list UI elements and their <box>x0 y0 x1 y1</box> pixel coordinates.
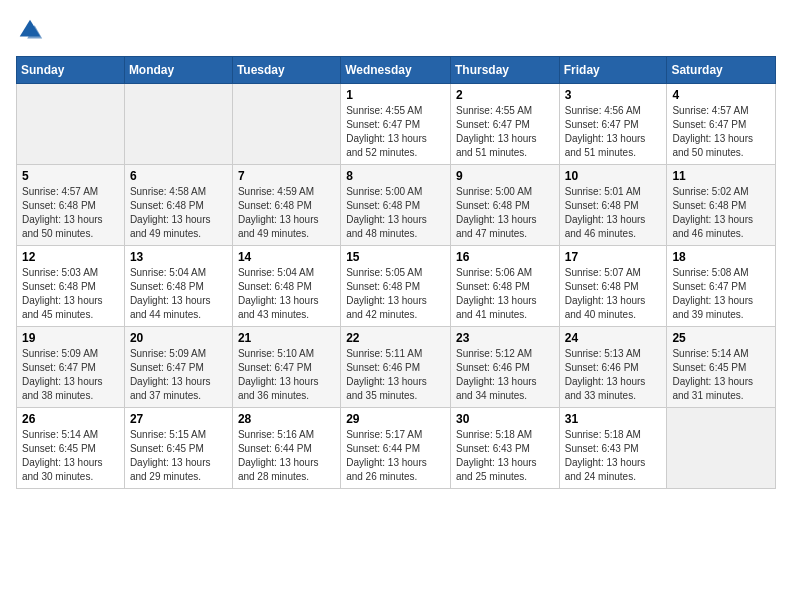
day-number: 22 <box>346 331 445 345</box>
calendar-cell: 14Sunrise: 5:04 AM Sunset: 6:48 PM Dayli… <box>232 246 340 327</box>
calendar-cell: 13Sunrise: 5:04 AM Sunset: 6:48 PM Dayli… <box>124 246 232 327</box>
calendar-table: SundayMondayTuesdayWednesdayThursdayFrid… <box>16 56 776 489</box>
day-number: 7 <box>238 169 335 183</box>
calendar-cell: 2Sunrise: 4:55 AM Sunset: 6:47 PM Daylig… <box>450 84 559 165</box>
day-number: 2 <box>456 88 554 102</box>
day-info: Sunrise: 5:09 AM Sunset: 6:47 PM Dayligh… <box>22 347 119 403</box>
day-info: Sunrise: 5:16 AM Sunset: 6:44 PM Dayligh… <box>238 428 335 484</box>
calendar-cell: 1Sunrise: 4:55 AM Sunset: 6:47 PM Daylig… <box>341 84 451 165</box>
calendar-header-row: SundayMondayTuesdayWednesdayThursdayFrid… <box>17 57 776 84</box>
weekday-header: Thursday <box>450 57 559 84</box>
calendar-cell <box>232 84 340 165</box>
day-number: 3 <box>565 88 662 102</box>
calendar-cell: 7Sunrise: 4:59 AM Sunset: 6:48 PM Daylig… <box>232 165 340 246</box>
day-number: 5 <box>22 169 119 183</box>
calendar-cell: 20Sunrise: 5:09 AM Sunset: 6:47 PM Dayli… <box>124 327 232 408</box>
calendar-week-row: 12Sunrise: 5:03 AM Sunset: 6:48 PM Dayli… <box>17 246 776 327</box>
day-info: Sunrise: 5:00 AM Sunset: 6:48 PM Dayligh… <box>456 185 554 241</box>
day-info: Sunrise: 5:04 AM Sunset: 6:48 PM Dayligh… <box>238 266 335 322</box>
day-number: 21 <box>238 331 335 345</box>
day-info: Sunrise: 5:13 AM Sunset: 6:46 PM Dayligh… <box>565 347 662 403</box>
calendar-cell: 23Sunrise: 5:12 AM Sunset: 6:46 PM Dayli… <box>450 327 559 408</box>
day-info: Sunrise: 4:57 AM Sunset: 6:48 PM Dayligh… <box>22 185 119 241</box>
day-number: 10 <box>565 169 662 183</box>
calendar-cell: 9Sunrise: 5:00 AM Sunset: 6:48 PM Daylig… <box>450 165 559 246</box>
calendar-cell: 29Sunrise: 5:17 AM Sunset: 6:44 PM Dayli… <box>341 408 451 489</box>
calendar-cell: 16Sunrise: 5:06 AM Sunset: 6:48 PM Dayli… <box>450 246 559 327</box>
calendar-cell <box>667 408 776 489</box>
day-number: 31 <box>565 412 662 426</box>
day-number: 23 <box>456 331 554 345</box>
calendar-cell: 24Sunrise: 5:13 AM Sunset: 6:46 PM Dayli… <box>559 327 667 408</box>
day-info: Sunrise: 4:56 AM Sunset: 6:47 PM Dayligh… <box>565 104 662 160</box>
day-number: 26 <box>22 412 119 426</box>
day-info: Sunrise: 5:14 AM Sunset: 6:45 PM Dayligh… <box>672 347 770 403</box>
calendar-body: 1Sunrise: 4:55 AM Sunset: 6:47 PM Daylig… <box>17 84 776 489</box>
calendar-cell: 28Sunrise: 5:16 AM Sunset: 6:44 PM Dayli… <box>232 408 340 489</box>
day-number: 25 <box>672 331 770 345</box>
day-info: Sunrise: 5:12 AM Sunset: 6:46 PM Dayligh… <box>456 347 554 403</box>
day-number: 13 <box>130 250 227 264</box>
day-info: Sunrise: 5:18 AM Sunset: 6:43 PM Dayligh… <box>565 428 662 484</box>
day-number: 17 <box>565 250 662 264</box>
calendar-cell: 19Sunrise: 5:09 AM Sunset: 6:47 PM Dayli… <box>17 327 125 408</box>
day-info: Sunrise: 5:06 AM Sunset: 6:48 PM Dayligh… <box>456 266 554 322</box>
day-info: Sunrise: 4:57 AM Sunset: 6:47 PM Dayligh… <box>672 104 770 160</box>
day-info: Sunrise: 5:15 AM Sunset: 6:45 PM Dayligh… <box>130 428 227 484</box>
calendar-cell: 21Sunrise: 5:10 AM Sunset: 6:47 PM Dayli… <box>232 327 340 408</box>
calendar-cell: 10Sunrise: 5:01 AM Sunset: 6:48 PM Dayli… <box>559 165 667 246</box>
calendar-week-row: 1Sunrise: 4:55 AM Sunset: 6:47 PM Daylig… <box>17 84 776 165</box>
day-number: 6 <box>130 169 227 183</box>
weekday-header: Tuesday <box>232 57 340 84</box>
day-number: 9 <box>456 169 554 183</box>
day-number: 28 <box>238 412 335 426</box>
day-info: Sunrise: 4:55 AM Sunset: 6:47 PM Dayligh… <box>456 104 554 160</box>
page-header <box>16 16 776 44</box>
weekday-header: Saturday <box>667 57 776 84</box>
day-number: 16 <box>456 250 554 264</box>
day-info: Sunrise: 5:10 AM Sunset: 6:47 PM Dayligh… <box>238 347 335 403</box>
calendar-week-row: 5Sunrise: 4:57 AM Sunset: 6:48 PM Daylig… <box>17 165 776 246</box>
calendar-cell: 15Sunrise: 5:05 AM Sunset: 6:48 PM Dayli… <box>341 246 451 327</box>
day-info: Sunrise: 5:03 AM Sunset: 6:48 PM Dayligh… <box>22 266 119 322</box>
calendar-cell: 27Sunrise: 5:15 AM Sunset: 6:45 PM Dayli… <box>124 408 232 489</box>
calendar-cell: 5Sunrise: 4:57 AM Sunset: 6:48 PM Daylig… <box>17 165 125 246</box>
calendar-cell <box>124 84 232 165</box>
day-number: 11 <box>672 169 770 183</box>
day-number: 18 <box>672 250 770 264</box>
day-info: Sunrise: 5:18 AM Sunset: 6:43 PM Dayligh… <box>456 428 554 484</box>
calendar-cell: 30Sunrise: 5:18 AM Sunset: 6:43 PM Dayli… <box>450 408 559 489</box>
day-info: Sunrise: 5:08 AM Sunset: 6:47 PM Dayligh… <box>672 266 770 322</box>
weekday-header: Friday <box>559 57 667 84</box>
day-number: 19 <box>22 331 119 345</box>
weekday-header: Wednesday <box>341 57 451 84</box>
day-info: Sunrise: 5:00 AM Sunset: 6:48 PM Dayligh… <box>346 185 445 241</box>
day-number: 20 <box>130 331 227 345</box>
day-number: 1 <box>346 88 445 102</box>
day-number: 27 <box>130 412 227 426</box>
day-number: 14 <box>238 250 335 264</box>
calendar-cell <box>17 84 125 165</box>
day-info: Sunrise: 5:01 AM Sunset: 6:48 PM Dayligh… <box>565 185 662 241</box>
day-number: 24 <box>565 331 662 345</box>
day-info: Sunrise: 5:07 AM Sunset: 6:48 PM Dayligh… <box>565 266 662 322</box>
day-number: 15 <box>346 250 445 264</box>
day-info: Sunrise: 5:05 AM Sunset: 6:48 PM Dayligh… <box>346 266 445 322</box>
day-number: 4 <box>672 88 770 102</box>
calendar-cell: 12Sunrise: 5:03 AM Sunset: 6:48 PM Dayli… <box>17 246 125 327</box>
calendar-week-row: 26Sunrise: 5:14 AM Sunset: 6:45 PM Dayli… <box>17 408 776 489</box>
calendar-cell: 11Sunrise: 5:02 AM Sunset: 6:48 PM Dayli… <box>667 165 776 246</box>
calendar-cell: 31Sunrise: 5:18 AM Sunset: 6:43 PM Dayli… <box>559 408 667 489</box>
calendar-cell: 25Sunrise: 5:14 AM Sunset: 6:45 PM Dayli… <box>667 327 776 408</box>
day-info: Sunrise: 5:14 AM Sunset: 6:45 PM Dayligh… <box>22 428 119 484</box>
logo-icon <box>16 16 44 44</box>
calendar-cell: 8Sunrise: 5:00 AM Sunset: 6:48 PM Daylig… <box>341 165 451 246</box>
calendar-cell: 6Sunrise: 4:58 AM Sunset: 6:48 PM Daylig… <box>124 165 232 246</box>
calendar-week-row: 19Sunrise: 5:09 AM Sunset: 6:47 PM Dayli… <box>17 327 776 408</box>
day-info: Sunrise: 5:02 AM Sunset: 6:48 PM Dayligh… <box>672 185 770 241</box>
day-number: 30 <box>456 412 554 426</box>
calendar-cell: 26Sunrise: 5:14 AM Sunset: 6:45 PM Dayli… <box>17 408 125 489</box>
calendar-cell: 4Sunrise: 4:57 AM Sunset: 6:47 PM Daylig… <box>667 84 776 165</box>
day-number: 29 <box>346 412 445 426</box>
calendar-cell: 18Sunrise: 5:08 AM Sunset: 6:47 PM Dayli… <box>667 246 776 327</box>
